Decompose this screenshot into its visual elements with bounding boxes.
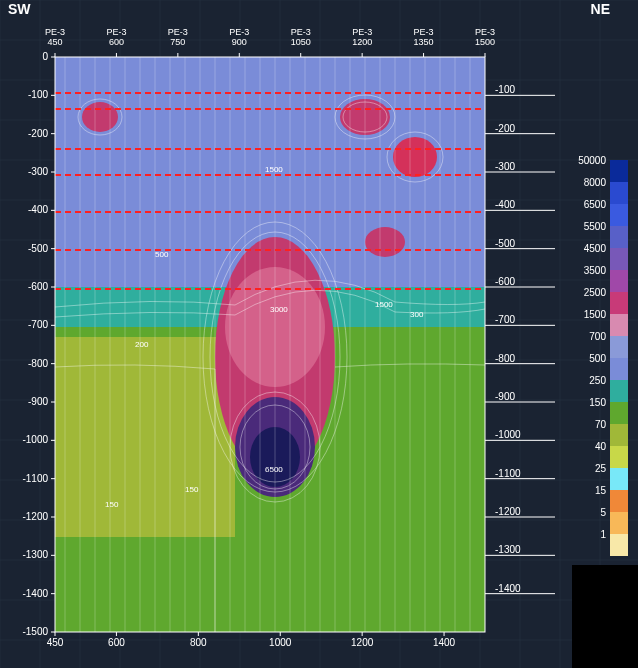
y-tick--100: -100 <box>28 89 48 100</box>
y-right--700: -700 <box>495 314 515 325</box>
y-right--500: -500 <box>495 238 515 249</box>
x-tick-450: 450 <box>47 637 64 648</box>
legend-swatch-5500 <box>610 226 628 248</box>
legend-label-1: 1 <box>600 529 606 540</box>
legend-label-6500: 6500 <box>584 199 607 210</box>
legend-swatch-6500 <box>610 204 628 226</box>
y-right--300: -300 <box>495 161 515 172</box>
pe-x-1500: 1500 <box>475 37 495 47</box>
hotspot-2 <box>393 137 437 177</box>
y-right--1400: -1400 <box>495 583 521 594</box>
y-right--1300: -1300 <box>495 544 521 555</box>
pe-x-1200: 1200 <box>352 37 372 47</box>
legend-swatch-70 <box>610 424 628 446</box>
pe-label-750: PE-3 <box>168 27 188 37</box>
legend-swatch-1500 <box>610 314 628 336</box>
x-tick-1400: 1400 <box>433 637 456 648</box>
contour-label-300: 300 <box>410 310 424 319</box>
pe-x-900: 900 <box>232 37 247 47</box>
pe-label-1200: PE-3 <box>352 27 372 37</box>
y-tick--1100: -1100 <box>22 473 48 484</box>
pe-x-1050: 1050 <box>291 37 311 47</box>
legend-swatch-40 <box>610 446 628 468</box>
y-axis-left: 0-100-200-300-400-500-600-700-800-900-10… <box>22 51 55 637</box>
legend-label-4500: 4500 <box>584 243 607 254</box>
legend-label-3500: 3500 <box>584 265 607 276</box>
y-tick--200: -200 <box>28 128 48 139</box>
y-tick-0: 0 <box>42 51 48 62</box>
contour-label-150a: 150 <box>105 500 119 509</box>
legend-swatch-3500 <box>610 270 628 292</box>
pe-x-1350: 1350 <box>414 37 434 47</box>
legend-swatch-4500 <box>610 248 628 270</box>
pe-stations-top: PE-3450PE-3600PE-3750PE-3900PE-31050PE-3… <box>45 27 495 57</box>
y-right--900: -900 <box>495 391 515 402</box>
contour-label-1500a: 1500 <box>265 165 283 174</box>
legend-swatch-8000 <box>610 182 628 204</box>
y-tick--300: -300 <box>28 166 48 177</box>
contour-label-3000: 3000 <box>270 305 288 314</box>
y-tick--700: -700 <box>28 319 48 330</box>
pe-label-900: PE-3 <box>229 27 249 37</box>
pe-label-600: PE-3 <box>106 27 126 37</box>
legend-label-5500: 5500 <box>584 221 607 232</box>
y-right--100: -100 <box>495 84 515 95</box>
pe-label-1500: PE-3 <box>475 27 495 37</box>
legend-label-8000: 8000 <box>584 177 607 188</box>
legend-swatch-15 <box>610 490 628 512</box>
legend-swatch-50000 <box>610 160 628 182</box>
legend-label-5: 5 <box>600 507 606 518</box>
y-tick--500: -500 <box>28 243 48 254</box>
legend-label-150: 150 <box>589 397 606 408</box>
y-right--200: -200 <box>495 123 515 134</box>
pe-label-1050: PE-3 <box>291 27 311 37</box>
hotspot-4 <box>365 227 405 257</box>
legend-swatch-700 <box>610 336 628 358</box>
pe-x-600: 600 <box>109 37 124 47</box>
contour-label-150b: 150 <box>185 485 199 494</box>
y-tick--1500: -1500 <box>22 626 48 637</box>
direction-sw: SW <box>8 1 31 17</box>
contour-label-500: 500 <box>155 250 169 259</box>
pe-label-1350: PE-3 <box>414 27 434 37</box>
y-right--1000: -1000 <box>495 429 521 440</box>
y-tick--800: -800 <box>28 358 48 369</box>
y-right--800: -800 <box>495 353 515 364</box>
y-tick--900: -900 <box>28 396 48 407</box>
legend-label-70: 70 <box>595 419 607 430</box>
x-tick-1200: 1200 <box>351 637 374 648</box>
legend-label-40: 40 <box>595 441 607 452</box>
y-tick--600: -600 <box>28 281 48 292</box>
y-tick--1300: -1300 <box>22 549 48 560</box>
contour-label-200: 200 <box>135 340 149 349</box>
color-legend: 5000080006500550045003500250015007005002… <box>578 155 628 556</box>
y-tick--1400: -1400 <box>22 588 48 599</box>
contour-label-6500: 6500 <box>265 465 283 474</box>
zone-olive <box>55 337 235 537</box>
legend-label-25: 25 <box>595 463 607 474</box>
legend-label-250: 250 <box>589 375 606 386</box>
direction-ne: NE <box>591 1 610 17</box>
contour-label-1500b: 1500 <box>375 300 393 309</box>
legend-label-1500: 1500 <box>584 309 607 320</box>
legend-swatch-5 <box>610 512 628 534</box>
y-right--600: -600 <box>495 276 515 287</box>
x-tick-600: 600 <box>108 637 125 648</box>
hotspot-3 <box>82 102 118 132</box>
legend-label-2500: 2500 <box>584 287 607 298</box>
x-tick-800: 800 <box>190 637 207 648</box>
chart-svg: SW NE 1500 3000 6500 150 200 500 150 150… <box>0 0 638 668</box>
plot-area: 1500 3000 6500 150 200 500 150 1500 300 <box>55 57 485 632</box>
y-right--1100: -1100 <box>495 468 521 479</box>
legend-swatch-250 <box>610 380 628 402</box>
legend-dark-panel <box>572 565 638 668</box>
legend-label-500: 500 <box>589 353 606 364</box>
legend-label-700: 700 <box>589 331 606 342</box>
y-tick--400: -400 <box>28 204 48 215</box>
pe-label-450: PE-3 <box>45 27 65 37</box>
legend-label-15: 15 <box>595 485 607 496</box>
x-tick-1000: 1000 <box>269 637 292 648</box>
pe-x-450: 450 <box>47 37 62 47</box>
legend-label-50000: 50000 <box>578 155 606 166</box>
y-right--1200: -1200 <box>495 506 521 517</box>
